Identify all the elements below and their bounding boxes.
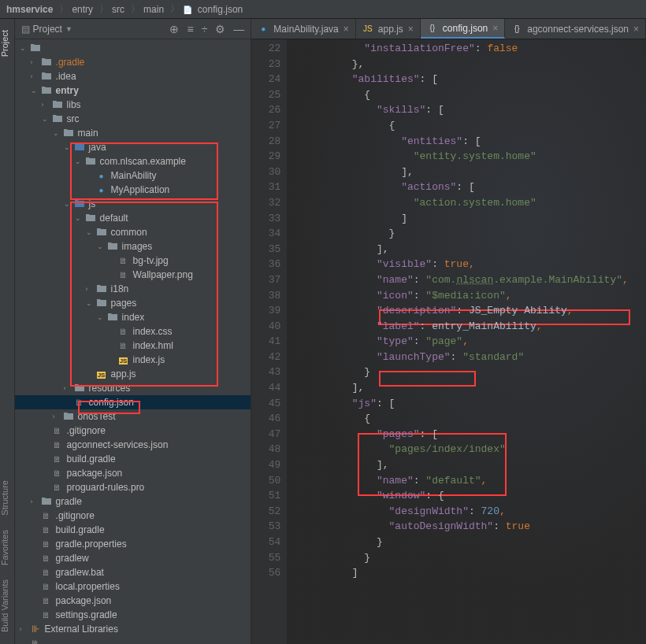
code-line[interactable]: },: [303, 58, 646, 74]
code-line[interactable]: "entity.system.home": [303, 150, 646, 166]
tree-row[interactable]: 🗎gradle.properties: [15, 537, 251, 551]
code-line[interactable]: ],: [303, 166, 646, 182]
tree-arrow-icon[interactable]: ⌄: [53, 129, 61, 137]
code-line[interactable]: "launchType": "standard": [303, 351, 646, 367]
tree-row[interactable]: ›.idea: [15, 69, 251, 83]
project-dropdown-icon[interactable]: ▤: [21, 24, 30, 35]
tree-row[interactable]: 🗎gradlew.bat: [15, 565, 251, 579]
tree-row[interactable]: 🗎: [15, 636, 251, 644]
tree-row[interactable]: 🗎agconnect-services.json: [15, 438, 251, 452]
breadcrumb-item[interactable]: 📄 config.json: [183, 4, 243, 15]
tree-row[interactable]: 🗎build.gradle: [15, 523, 251, 537]
project-panel-title[interactable]: Project: [33, 24, 62, 35]
code-line[interactable]: "entities": [: [303, 135, 646, 151]
tree-row[interactable]: JSindex.js: [15, 353, 251, 367]
close-icon[interactable]: ×: [408, 24, 414, 35]
code-line[interactable]: "pages/index/index": [303, 443, 646, 459]
code-line[interactable]: "designWidth": 720,: [303, 505, 646, 521]
code-line[interactable]: }: [303, 536, 646, 552]
code-line[interactable]: "name": "default",: [303, 475, 646, 490]
tree-arrow-icon[interactable]: ⌄: [64, 143, 72, 151]
tree-arrow-icon[interactable]: ⌄: [97, 313, 105, 321]
code-line[interactable]: ]: [303, 567, 646, 583]
tree-row[interactable]: ⌄common: [15, 225, 251, 239]
tree-arrow-icon[interactable]: ›: [31, 58, 39, 66]
tree-row[interactable]: 🗎Wallpaper.png: [15, 268, 251, 282]
tree-row[interactable]: ●MainAbility: [15, 168, 251, 183]
tree-arrow-icon[interactable]: ›: [20, 625, 28, 633]
tree-arrow-icon[interactable]: ⌄: [20, 44, 28, 52]
tree-row[interactable]: ⌄images: [15, 239, 251, 254]
tree-row[interactable]: ›⊪External Libraries: [15, 622, 251, 636]
code-line[interactable]: {: [303, 89, 646, 105]
tree-row[interactable]: 🗎.gitignore: [15, 509, 251, 523]
select-opened-file-icon[interactable]: ⊕: [169, 23, 179, 35]
sidebar-tab-structure[interactable]: Structure: [0, 477, 9, 519]
sidebar-tab-project[interactable]: Project: [0, 27, 9, 60]
editor-tab[interactable]: {}config.json×: [421, 19, 505, 39]
code-line[interactable]: ]: [303, 213, 646, 228]
code-line[interactable]: "actions": [: [303, 181, 646, 197]
tree-arrow-icon[interactable]: ›: [31, 498, 39, 505]
tree-row[interactable]: 🗎package.json: [15, 466, 251, 480]
code-line[interactable]: {: [303, 120, 646, 135]
breadcrumb-item[interactable]: entry: [72, 4, 93, 15]
code-line[interactable]: "icon": "$media:icon",: [303, 290, 646, 305]
tree-row[interactable]: ⌄main: [15, 126, 251, 140]
code-line[interactable]: "window": {: [303, 490, 646, 505]
expand-all-icon[interactable]: ≡: [187, 23, 193, 35]
code-line[interactable]: }: [303, 366, 646, 382]
tree-row[interactable]: 🗎index.hml: [15, 339, 251, 353]
tree-arrow-icon[interactable]: ⌄: [42, 115, 50, 123]
tree-arrow-icon[interactable]: ⌄: [86, 299, 94, 307]
hide-icon[interactable]: —: [233, 23, 244, 35]
code-line[interactable]: ],: [303, 243, 646, 259]
tree-row[interactable]: ⌄: [15, 41, 251, 55]
code-line[interactable]: "installationFree": false: [303, 43, 646, 58]
breadcrumb-item[interactable]: hmservice: [6, 4, 53, 15]
code-line[interactable]: }: [303, 552, 646, 568]
tree-arrow-icon[interactable]: ⌄: [75, 214, 83, 222]
tree-arrow-icon[interactable]: ⌄: [97, 242, 105, 250]
tree-arrow-icon[interactable]: ⌄: [31, 87, 39, 94]
close-icon[interactable]: ×: [343, 24, 349, 35]
tree-row[interactable]: ⌄java: [15, 140, 251, 154]
tree-row[interactable]: ⌄com.nlscan.example: [15, 154, 251, 168]
tree-row[interactable]: ⌄src: [15, 112, 251, 126]
breadcrumb-item[interactable]: main: [143, 4, 164, 15]
tree-row[interactable]: 🗎gradlew: [15, 551, 251, 565]
tree-arrow-icon[interactable]: ›: [64, 384, 72, 392]
code-line[interactable]: "description": JS_Empty Ability,: [303, 305, 646, 320]
editor-tab[interactable]: JSapp.js×: [356, 19, 421, 39]
code-line[interactable]: "type": "page",: [303, 335, 646, 351]
tree-arrow-icon[interactable]: ›: [53, 413, 61, 420]
breadcrumb-item[interactable]: src: [112, 4, 124, 15]
project-tree[interactable]: ⌄›.gradle›.idea⌄entry›libs⌄src⌄main⌄java…: [15, 39, 251, 644]
tree-row[interactable]: ⌄default: [15, 211, 251, 225]
tree-row[interactable]: ●MyApplication: [15, 183, 251, 197]
tree-row[interactable]: 🗎build.gradle: [15, 452, 251, 466]
tree-row[interactable]: 🗎index.css: [15, 324, 251, 339]
dropdown-arrow-icon[interactable]: ▼: [65, 25, 72, 33]
sidebar-tab-favorites[interactable]: Favorites: [0, 527, 9, 568]
close-icon[interactable]: ×: [633, 24, 639, 35]
tree-arrow-icon[interactable]: ›: [42, 101, 50, 109]
tree-row[interactable]: 🗎.gitignore: [15, 424, 251, 438]
code-line[interactable]: "skills": [: [303, 104, 646, 120]
tree-arrow-icon[interactable]: ⌄: [64, 200, 72, 208]
tree-row[interactable]: 🗎bg-tv.jpg: [15, 254, 251, 268]
tree-row[interactable]: 🗎settings.gradle: [15, 608, 251, 622]
code-line[interactable]: "visible": true,: [303, 258, 646, 274]
code-editor[interactable]: 2223242526272829303132333435363738394041…: [251, 39, 646, 644]
tree-row[interactable]: ⌄js: [15, 197, 251, 211]
tree-row[interactable]: 🗎proguard-rules.pro: [15, 480, 251, 494]
editor-tab[interactable]: {}agconnect-services.json×: [505, 19, 646, 39]
tree-row[interactable]: ⌄index: [15, 310, 251, 324]
tree-row[interactable]: ›ohosTest: [15, 409, 251, 424]
sidebar-tab-variants[interactable]: Build Variants: [0, 576, 9, 635]
code-line[interactable]: ],: [303, 459, 646, 475]
tree-row[interactable]: ›.gradle: [15, 55, 251, 69]
tree-arrow-icon[interactable]: ›: [86, 285, 94, 293]
tree-arrow-icon[interactable]: ›: [31, 72, 39, 80]
code-line[interactable]: "label": entry_MainAbility,: [303, 320, 646, 336]
